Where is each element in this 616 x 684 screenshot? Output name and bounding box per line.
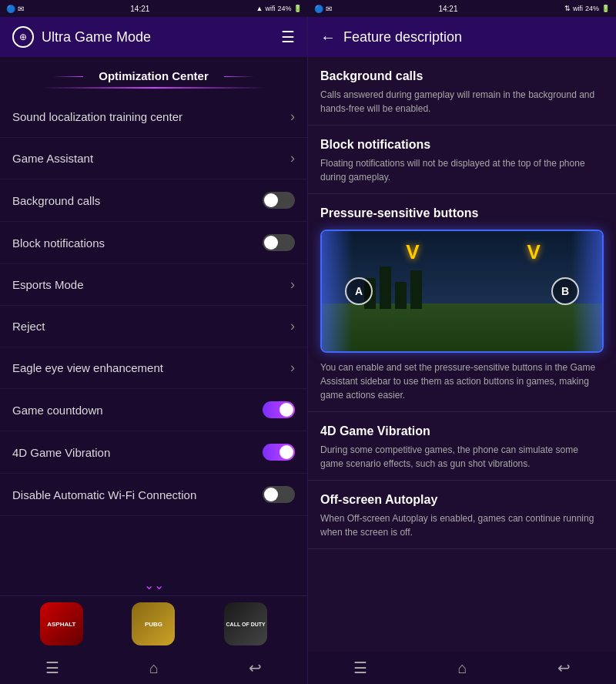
battery-left: 24% 🔋	[277, 5, 302, 12]
disable-wifi-label: Disable Automatic Wi-Fi Connection	[12, 488, 263, 501]
4d-vibration-toggle[interactable]	[263, 444, 295, 461]
screenshot-inner: A V V B	[322, 231, 602, 351]
pressure-game-screenshot: A V V B	[320, 230, 604, 353]
chevron-icon-sound: ›	[290, 109, 295, 125]
fb-icon: 🔵	[6, 5, 15, 13]
block-notifications-feature-title: Block notifications	[320, 138, 604, 152]
chevron-icon-assistant: ›	[290, 150, 295, 166]
right-nav-back-icon[interactable]: ↩	[557, 659, 571, 677]
arrow-v-right: V	[527, 240, 541, 264]
reject-label: Reject	[12, 320, 290, 333]
notification-icons: ✉	[18, 5, 24, 13]
chevron-icon-reject: ›	[290, 318, 295, 334]
game-assistant-label: Game Assistant	[12, 152, 290, 165]
right-nav-menu-icon[interactable]: ☰	[353, 659, 367, 677]
left-status-icons: 🔵 ✉	[6, 5, 24, 13]
left-nav-back-icon[interactable]: ↩	[249, 659, 262, 677]
fb-icon-r: 🔵	[314, 5, 323, 13]
offscreen-feature-desc: When Off-screen Autoplay is enabled, gam…	[320, 511, 604, 539]
left-header: ⊕ Ultra Game Mode ☰	[0, 17, 307, 57]
asphalt-label: ASPHALT	[47, 621, 75, 628]
background-calls-feature-title: Background calls	[320, 69, 604, 83]
feature-block-notifications: Block notifications Floating notificatio…	[308, 126, 616, 194]
menu-lines-icon[interactable]: ☰	[281, 28, 295, 46]
offscreen-feature-title: Off-screen Autoplay	[320, 493, 604, 507]
asphalt-game-icon[interactable]: ASPHALT	[40, 602, 83, 645]
pressure-title: Pressure-sensitive buttons	[320, 206, 604, 220]
main-panels: ⊕ Ultra Game Mode ☰ Optimization Center …	[0, 17, 616, 684]
feature-offscreen-autoplay: Off-screen Autoplay When Off-screen Auto…	[308, 481, 616, 549]
battery-right: 24%	[585, 5, 599, 12]
menu-item-background-calls[interactable]: Background calls	[0, 179, 307, 222]
wifi-icon: wifi	[265, 5, 275, 12]
feature-pressure-buttons: Pressure-sensitive buttons A	[308, 194, 616, 353]
right-panel-title: Feature description	[343, 29, 462, 45]
sound-localization-label: Sound localization training center	[12, 110, 290, 123]
right-header: ← Feature description	[308, 17, 616, 57]
optimization-underline	[41, 87, 267, 89]
game-countdown-toggle[interactable]	[263, 401, 295, 418]
4d-vibration-feature-desc: During some competitive games, the phone…	[320, 443, 604, 471]
back-button[interactable]: ←	[320, 28, 336, 46]
menu-item-eagle-eye[interactable]: Eagle eye view enhancement ›	[0, 347, 307, 389]
circle-plus-icon: ⊕	[19, 32, 27, 42]
chevron-icon-esports: ›	[290, 277, 295, 293]
right-battery-icons: ⇅ wifi 24% 🔋	[564, 5, 610, 12]
feature-4d-vibration: 4D Game Vibration During some competitiv…	[308, 412, 616, 481]
block-notifications-toggle[interactable]	[263, 234, 295, 251]
right-time: 14:21	[438, 5, 457, 13]
btn-a-circle: A	[345, 277, 373, 305]
feature-description-content: Background calls Calls answered during g…	[308, 57, 616, 652]
left-nav-home-icon[interactable]: ⌂	[149, 659, 159, 677]
4d-vibration-label: 4D Game Vibration	[12, 446, 263, 459]
btn-b-circle: B	[551, 277, 579, 305]
signal-icon: ▲	[256, 5, 263, 12]
menu-item-reject[interactable]: Reject ›	[0, 306, 307, 347]
pressure-buttons-desc: You can enable and set the pressure-sens…	[308, 360, 616, 412]
right-nav-home-icon[interactable]: ⌂	[457, 659, 467, 677]
left-time: 14:21	[130, 5, 149, 13]
feature-background-calls: Background calls Calls answered during g…	[308, 57, 616, 126]
eagle-eye-label: Eagle eye view enhancement	[12, 361, 290, 374]
menu-item-disable-wifi[interactable]: Disable Automatic Wi-Fi Connection	[0, 474, 307, 516]
optimization-center-label: Optimization Center	[83, 66, 224, 86]
right-panel: ← Feature description Background calls C…	[308, 17, 616, 684]
chevron-icon-eagle: ›	[290, 360, 295, 376]
menu-item-esports-mode[interactable]: Esports Mode ›	[0, 264, 307, 306]
scroll-indicator: ⌄⌄	[0, 575, 307, 595]
status-bars: 🔵 ✉ 14:21 ▲ wifi 24% 🔋 🔵 ✉ 14:21 ⇅ wifi …	[0, 0, 616, 17]
left-panel-title: Ultra Game Mode	[42, 29, 273, 45]
left-battery-icons: ▲ wifi 24% 🔋	[256, 5, 302, 12]
background-calls-feature-desc: Calls answered during gameplay will rema…	[320, 88, 604, 116]
right-status-icons: 🔵 ✉	[314, 5, 332, 13]
cod-game-icon[interactable]: CALL OF DUTY	[224, 602, 267, 645]
game-icons-bar: ASPHALT PUBG CALL OF DUTY	[0, 595, 307, 652]
block-notifications-feature-desc: Floating notifications will not be displ…	[320, 156, 604, 184]
block-notifications-label: Block notifications	[12, 236, 263, 250]
arrow-v-left: V	[406, 240, 419, 264]
menu-item-4d-vibration[interactable]: 4D Game Vibration	[0, 431, 307, 474]
menu-list: Sound localization training center › Gam…	[0, 96, 307, 575]
background-calls-label: Background calls	[12, 194, 263, 207]
left-nav-menu-icon[interactable]: ☰	[45, 659, 59, 677]
menu-item-sound-localization[interactable]: Sound localization training center ›	[0, 96, 307, 138]
cod-label: CALL OF DUTY	[226, 622, 266, 627]
optimization-center-header: Optimization Center	[0, 57, 307, 96]
menu-item-game-countdown[interactable]: Game countdown	[0, 389, 307, 431]
msg-icon-r: ✉	[326, 5, 332, 13]
menu-item-block-notifications[interactable]: Block notifications	[0, 222, 307, 264]
pubg-label: PUBG	[145, 621, 162, 628]
status-bar-left: 🔵 ✉ 14:21 ▲ wifi 24% 🔋	[0, 0, 308, 17]
right-nav-bar: ☰ ⌂ ↩	[308, 652, 616, 684]
disable-wifi-toggle[interactable]	[263, 486, 295, 503]
background-calls-toggle[interactable]	[263, 192, 295, 209]
4d-vibration-feature-title: 4D Game Vibration	[320, 424, 604, 438]
menu-item-game-assistant[interactable]: Game Assistant ›	[0, 138, 307, 179]
scroll-down-icon: ⌄⌄	[144, 578, 164, 592]
status-bar-right: 🔵 ✉ 14:21 ⇅ wifi 24% 🔋	[308, 0, 616, 17]
left-nav-bar: ☰ ⌂ ↩	[0, 652, 307, 684]
wifi-icon-r: wifi	[573, 5, 583, 12]
pubg-game-icon[interactable]: PUBG	[132, 602, 175, 645]
left-panel: ⊕ Ultra Game Mode ☰ Optimization Center …	[0, 17, 308, 684]
battery-icon: 🔋	[601, 5, 610, 12]
